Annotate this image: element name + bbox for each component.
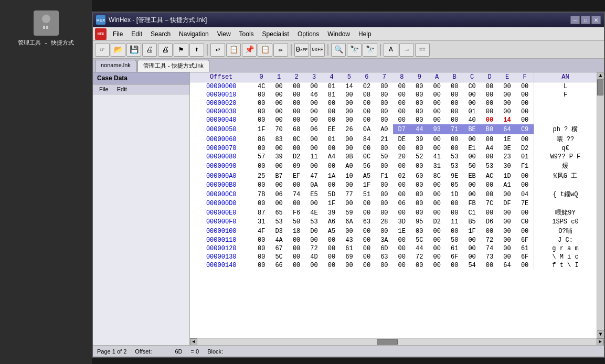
hex-cell[interactable]: 00 bbox=[411, 261, 428, 270]
flag-button[interactable]: ⚑ bbox=[174, 43, 188, 57]
vertical-scrollbar[interactable]: ▲ ▼ bbox=[597, 72, 604, 338]
hex-cell[interactable]: 00 bbox=[411, 116, 428, 124]
hex-cell[interactable]: 02 bbox=[358, 82, 375, 91]
hex-cell[interactable]: 05 bbox=[445, 181, 463, 189]
hex-cell[interactable]: 1E bbox=[498, 134, 516, 144]
hex-cell[interactable]: 86 bbox=[252, 134, 270, 144]
hex-cell[interactable]: 10 bbox=[341, 171, 358, 181]
hex-cell[interactable]: 00 bbox=[516, 226, 534, 236]
hex-cell[interactable]: 00 bbox=[288, 144, 305, 153]
hex-cell[interactable]: EF bbox=[288, 171, 305, 181]
hex-cell[interactable]: 00 bbox=[288, 108, 305, 116]
hex-cell[interactable]: 00 bbox=[516, 261, 534, 270]
hex-cell[interactable]: 00 bbox=[323, 261, 340, 270]
hex-cell[interactable]: 70 bbox=[270, 124, 288, 134]
panel-menu-edit[interactable]: Edit bbox=[113, 85, 131, 93]
hex-cell[interactable]: 00 bbox=[323, 108, 340, 116]
hex-cell[interactable]: D6 bbox=[481, 218, 498, 226]
hex-cell[interactable]: 00 bbox=[358, 199, 375, 208]
hex-cell[interactable]: 06 bbox=[393, 199, 410, 208]
cursor-tool-button[interactable]: ☞ bbox=[95, 43, 110, 57]
hex-cell[interactable]: 00 bbox=[288, 261, 305, 270]
hex-cell[interactable]: 00 bbox=[445, 91, 463, 99]
hex-cell[interactable]: 73 bbox=[481, 253, 498, 261]
hex-cell[interactable]: 00 bbox=[445, 261, 463, 270]
menu-navigation[interactable]: Navigation bbox=[175, 29, 213, 39]
hex-cell[interactable]: 00 bbox=[411, 199, 428, 208]
hex-cell[interactable]: 93 bbox=[428, 124, 445, 134]
hex-cell[interactable]: 6F bbox=[516, 236, 534, 244]
hex-cell[interactable]: 00 bbox=[341, 91, 358, 99]
hex-cell[interactable]: 00 bbox=[393, 116, 410, 124]
menu-file[interactable]: File bbox=[109, 29, 127, 39]
hex-cell[interactable]: 00 bbox=[393, 161, 410, 171]
hex-cell[interactable]: 4C bbox=[252, 82, 270, 91]
hex-table-wrapper[interactable]: Offset 0 1 2 3 4 5 6 7 8 bbox=[190, 72, 604, 338]
hex-cell[interactable]: 04 bbox=[516, 189, 534, 199]
hex-cell[interactable]: 00 bbox=[428, 116, 445, 124]
hex-cell[interactable]: 00 bbox=[481, 82, 498, 91]
hex-cell[interactable]: 53 bbox=[445, 161, 463, 171]
hex-cell[interactable]: 6A bbox=[341, 218, 358, 226]
hex-cell[interactable]: E5 bbox=[305, 189, 323, 199]
hex-cell[interactable]: 40 bbox=[463, 116, 481, 124]
hex-cell[interactable]: 00 bbox=[358, 208, 375, 218]
hex-cell[interactable]: 00 bbox=[252, 261, 270, 270]
hex-cell[interactable]: 00 bbox=[498, 91, 516, 99]
hex-cell[interactable]: 00 bbox=[252, 91, 270, 99]
hex-cell[interactable]: B7 bbox=[270, 171, 288, 181]
hex-cell[interactable]: AC bbox=[481, 171, 498, 181]
hex-cell[interactable]: DE bbox=[393, 134, 410, 144]
arrow-right-button[interactable]: → bbox=[399, 43, 414, 57]
hex-cell[interactable]: 7B bbox=[252, 189, 270, 199]
hex-cell[interactable]: 00 bbox=[428, 253, 445, 261]
hex-cell[interactable]: F6 bbox=[288, 208, 305, 218]
font-button[interactable]: A bbox=[384, 43, 398, 57]
hex-cell[interactable]: C0 bbox=[516, 218, 534, 226]
hex2-button[interactable]: 0xFF bbox=[310, 43, 325, 57]
hex-cell[interactable]: 00 bbox=[445, 82, 463, 91]
hex-cell[interactable]: 00 bbox=[270, 116, 288, 124]
hex1-button[interactable]: 0xFF bbox=[294, 43, 309, 57]
hex-cell[interactable]: 9E bbox=[445, 171, 463, 181]
hex-cell[interactable]: 00 bbox=[288, 116, 305, 124]
hex-cell[interactable]: EB bbox=[463, 171, 481, 181]
hex-cell[interactable]: 00 bbox=[305, 82, 323, 91]
hex-cell[interactable]: 00 bbox=[481, 99, 498, 108]
hex-cell[interactable]: 00 bbox=[393, 108, 410, 116]
hex-cell[interactable]: 00 bbox=[393, 208, 410, 218]
hex-cell[interactable]: 00 bbox=[305, 161, 323, 171]
hex-cell[interactable]: 00 bbox=[411, 91, 428, 99]
hex-cell[interactable]: 53 bbox=[305, 218, 323, 226]
hex-cell[interactable]: 41 bbox=[428, 153, 445, 161]
hex-cell[interactable]: 00 bbox=[445, 116, 463, 124]
save-button[interactable]: 💾 bbox=[126, 43, 141, 57]
hex-cell[interactable]: A4 bbox=[481, 144, 498, 153]
hex-cell[interactable]: 00 bbox=[481, 208, 498, 218]
hex-cell[interactable]: 72 bbox=[481, 236, 498, 244]
menu-specialist[interactable]: Specialist bbox=[258, 29, 293, 39]
hex-cell[interactable]: 00 bbox=[358, 108, 375, 116]
hex-cell[interactable]: 00 bbox=[393, 261, 410, 270]
hex-cell[interactable]: 00 bbox=[393, 181, 410, 189]
hex-cell[interactable]: 00 bbox=[341, 199, 358, 208]
hex-cell[interactable]: 00 bbox=[428, 91, 445, 99]
hex-cell[interactable]: 00 bbox=[498, 226, 516, 236]
hex-cell[interactable]: 00 bbox=[411, 189, 428, 199]
hex-cell[interactable]: 71 bbox=[445, 124, 463, 134]
hex-cell[interactable]: 00 bbox=[411, 144, 428, 153]
hex-cell[interactable]: 0A bbox=[305, 181, 323, 189]
hex-cell[interactable]: 59 bbox=[341, 208, 358, 218]
hex-cell[interactable]: 02 bbox=[393, 171, 410, 181]
hex-cell[interactable]: 31 bbox=[428, 161, 445, 171]
hex-cell[interactable]: 00 bbox=[411, 108, 428, 116]
hex-cell[interactable]: 01 bbox=[323, 82, 340, 91]
hex-cell[interactable]: 00 bbox=[498, 253, 516, 261]
hex-cell[interactable]: 01 bbox=[323, 134, 340, 144]
hex-cell[interactable]: 60 bbox=[411, 171, 428, 181]
hex-cell[interactable]: 00 bbox=[305, 116, 323, 124]
hex-cell[interactable]: 00 bbox=[358, 144, 375, 153]
hex-cell[interactable]: 53 bbox=[481, 161, 498, 171]
minimize-button[interactable]: ─ bbox=[570, 16, 580, 24]
hex-cell[interactable]: 00 bbox=[376, 261, 393, 270]
